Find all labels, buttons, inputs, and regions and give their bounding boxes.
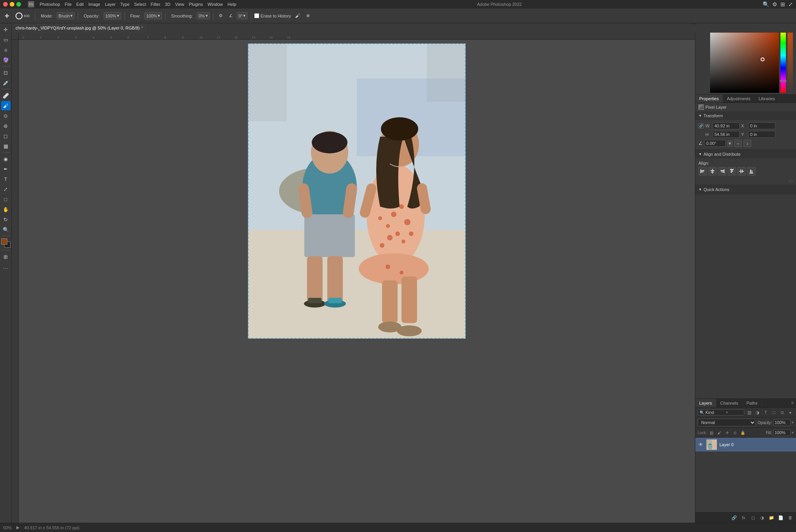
color-picker-dot[interactable] bbox=[761, 57, 765, 61]
tool-path-select[interactable]: ⤢ bbox=[1, 184, 10, 194]
menu-edit[interactable]: Edit bbox=[76, 2, 84, 7]
layer-search-input[interactable] bbox=[705, 410, 725, 415]
tool-eraser[interactable]: ◻ bbox=[1, 131, 10, 141]
flip-vertical-btn[interactable]: ↕ bbox=[744, 139, 751, 147]
tool-extra-1[interactable]: ⊞ bbox=[1, 252, 10, 261]
smoothing-dropdown[interactable]: 0% ▾ bbox=[197, 12, 210, 19]
tool-hand[interactable]: ✋ bbox=[1, 205, 10, 214]
blend-mode-dropdown[interactable]: Normal Dissolve Multiply Screen Overlay bbox=[698, 419, 756, 426]
smart-filter-btn[interactable]: ⊙ bbox=[779, 409, 786, 416]
angle-icon[interactable]: ∠ bbox=[227, 12, 235, 19]
arrange-icon[interactable]: ⊞ bbox=[780, 1, 785, 7]
airbrush-btn[interactable]: 🖌 bbox=[293, 12, 302, 19]
extra-tool-btn[interactable]: ⊕ bbox=[304, 12, 312, 19]
lock-position-btn[interactable]: ✛ bbox=[724, 429, 730, 436]
brush-preset-picker[interactable]: 600 bbox=[13, 12, 32, 20]
tool-gradient[interactable]: ▦ bbox=[1, 141, 10, 151]
opacity-dropdown[interactable]: 100% ▾ bbox=[103, 12, 121, 19]
align-section-header[interactable]: ▼ Align and Distribute bbox=[695, 150, 796, 158]
menu-file[interactable]: File bbox=[65, 2, 72, 7]
layer-visibility-toggle[interactable]: 👁 bbox=[698, 442, 704, 448]
menu-select[interactable]: Select bbox=[134, 2, 146, 7]
align-top-button[interactable] bbox=[728, 167, 736, 176]
width-input[interactable] bbox=[712, 122, 740, 129]
type-filter-btn[interactable]: T bbox=[762, 409, 769, 416]
angle-dropdown[interactable]: 0° ▾ bbox=[237, 12, 248, 19]
menu-layer[interactable]: Layer bbox=[105, 2, 116, 7]
mode-dropdown[interactable]: Brush ▾ bbox=[57, 12, 75, 19]
delete-layer-btn[interactable]: 🗑 bbox=[787, 514, 794, 521]
foreground-background-colors[interactable] bbox=[1, 238, 10, 248]
channels-tab[interactable]: Channels bbox=[716, 399, 742, 407]
tool-clone[interactable]: ⊙ bbox=[1, 111, 10, 120]
tool-options-icon[interactable]: ✚ bbox=[2, 12, 12, 20]
tool-quick-selection[interactable]: 🔮 bbox=[1, 55, 10, 64]
tool-pen[interactable]: ✒ bbox=[1, 164, 10, 174]
layer-search-box[interactable]: 🔍 ▾ bbox=[698, 409, 744, 416]
more-align-options[interactable]: ... bbox=[698, 176, 793, 183]
align-center-h-button[interactable] bbox=[708, 167, 717, 176]
tool-text[interactable]: T bbox=[1, 174, 10, 184]
tool-dodge[interactable]: ◉ bbox=[1, 154, 10, 163]
link-icon[interactable]: 🔗 bbox=[698, 123, 704, 129]
minimize-button[interactable] bbox=[10, 2, 14, 7]
erase-to-history-checkbox[interactable] bbox=[254, 13, 259, 18]
foreground-color[interactable] bbox=[1, 238, 7, 245]
lock-all-btn[interactable]: 🔒 bbox=[740, 429, 746, 436]
search-icon[interactable]: 🔍 bbox=[763, 1, 769, 7]
expand-icon[interactable]: ⤢ bbox=[788, 1, 793, 7]
align-bottom-button[interactable] bbox=[747, 167, 756, 176]
menu-type[interactable]: Type bbox=[120, 2, 129, 7]
angle-dropdown-sm[interactable]: ▾ bbox=[727, 140, 733, 147]
add-mask-btn[interactable]: ◻ bbox=[749, 514, 756, 521]
x-input[interactable] bbox=[748, 122, 775, 129]
libraries-tab[interactable]: Libraries bbox=[755, 95, 779, 103]
flow-dropdown[interactable]: 100% ▾ bbox=[144, 12, 162, 19]
menu-help[interactable]: Help bbox=[227, 2, 236, 7]
angle-input[interactable] bbox=[704, 140, 726, 147]
tool-selection[interactable]: ▭ bbox=[1, 35, 10, 44]
lock-image-btn[interactable]: 🖌 bbox=[716, 429, 723, 436]
menu-plugins[interactable]: Plugins bbox=[189, 2, 203, 7]
menu-filter[interactable]: Filter bbox=[151, 2, 160, 7]
menu-photoshop[interactable]: Photoshop bbox=[40, 2, 60, 7]
settings-gear-btn[interactable]: ⚙ bbox=[216, 12, 225, 19]
tool-shape[interactable]: □ bbox=[1, 195, 10, 204]
tool-history-brush[interactable]: ⊛ bbox=[1, 121, 10, 130]
flip-horizontal-btn[interactable]: ↔ bbox=[734, 139, 742, 147]
shape-filter-btn[interactable]: □ bbox=[770, 409, 777, 416]
opacity-input[interactable] bbox=[773, 419, 791, 426]
new-layer-btn[interactable]: 📄 bbox=[777, 514, 784, 521]
paths-tab[interactable]: Paths bbox=[743, 399, 762, 407]
document-tab[interactable]: chris-hardy-_VlDPYQXrdY-unsplash.jpg @ 5… bbox=[12, 23, 147, 33]
layer-item[interactable]: 👁 Layer 0 bbox=[695, 438, 796, 452]
tool-crop[interactable]: ⊡ bbox=[1, 68, 10, 77]
lock-transparent-btn[interactable]: ▥ bbox=[709, 429, 715, 436]
close-button[interactable] bbox=[3, 2, 8, 7]
menu-3d[interactable]: 3D bbox=[165, 2, 170, 7]
tool-lasso[interactable]: ⌾ bbox=[1, 45, 10, 54]
tool-brush[interactable]: 🖌 bbox=[1, 101, 10, 110]
adjust-filter-btn[interactable]: ◑ bbox=[754, 409, 761, 416]
properties-tab[interactable]: Properties bbox=[695, 95, 723, 103]
align-left-button[interactable] bbox=[698, 167, 707, 176]
tool-move[interactable]: ✛ bbox=[1, 25, 10, 34]
lock-artboard-btn[interactable]: ⊙ bbox=[732, 429, 738, 436]
menu-window[interactable]: Window bbox=[208, 2, 223, 7]
tool-zoom[interactable]: 🔍 bbox=[1, 225, 10, 234]
quick-actions-header[interactable]: ▼ Quick Actions bbox=[695, 185, 796, 194]
y-input[interactable] bbox=[748, 131, 775, 138]
fullscreen-button[interactable] bbox=[16, 2, 21, 7]
adjustments-tab[interactable]: Adjustments bbox=[723, 95, 755, 103]
new-group-btn[interactable]: 📁 bbox=[768, 514, 775, 521]
transform-section-header[interactable]: ▼ Transform bbox=[695, 111, 796, 120]
height-input[interactable] bbox=[712, 131, 740, 138]
fill-input[interactable] bbox=[773, 429, 791, 436]
tool-extra-2[interactable]: … bbox=[1, 262, 10, 271]
menu-view[interactable]: View bbox=[175, 2, 184, 7]
tool-rotate-view[interactable]: ↻ bbox=[1, 215, 10, 224]
pixel-filter-btn[interactable]: ▥ bbox=[746, 409, 753, 416]
layers-panel-menu[interactable]: ≡ bbox=[789, 399, 796, 407]
filter-toggle-btn[interactable]: ● bbox=[787, 409, 794, 416]
settings-icon[interactable]: ⚙ bbox=[772, 1, 777, 7]
